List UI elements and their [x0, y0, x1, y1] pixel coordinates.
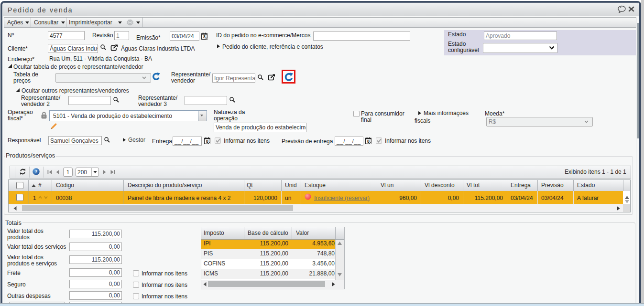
svg-text:?: ? [35, 169, 38, 174]
svg-text:8: 8 [203, 34, 206, 39]
svg-text:8: 8 [367, 139, 370, 144]
svg-text:8: 8 [206, 139, 208, 144]
